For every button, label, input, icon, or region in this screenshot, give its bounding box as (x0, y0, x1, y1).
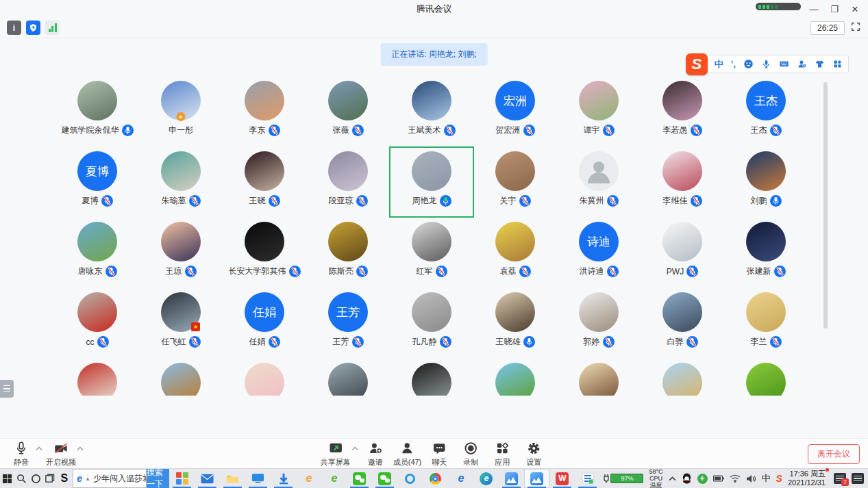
meeting-info-icon[interactable]: i (7, 21, 21, 35)
leave-meeting-button[interactable]: 离开会议 (808, 444, 860, 464)
close-button[interactable]: ✕ (845, 0, 865, 18)
chrome-taskbar-icon[interactable] (423, 469, 448, 488)
antivirus-360-tray-icon[interactable]: + (695, 469, 710, 488)
search-go-button[interactable]: 搜索一下 (147, 469, 169, 488)
participant-tile[interactable] (390, 359, 473, 396)
volume-tray-icon[interactable] (743, 469, 759, 488)
ime-mode-indicator[interactable]: 中 (759, 469, 773, 488)
taskbar-clock[interactable]: 17:36 周五2021/12/31 (785, 469, 831, 488)
ime-chinese-mode-icon[interactable]: 中 (715, 58, 723, 70)
participant-tile-申一彤[interactable]: ●申一彤 (139, 77, 223, 146)
wps-taskbar-icon[interactable]: W (549, 469, 575, 488)
tray-overflow-chevron[interactable] (666, 469, 679, 488)
share-screen-options-chevron[interactable] (351, 446, 358, 451)
participant-tile-李维佳[interactable]: 李维佳 (641, 147, 724, 217)
browser-green-taskbar-icon[interactable]: e (321, 469, 347, 488)
meeting-security-icon[interactable] (26, 21, 40, 35)
participant-tile-王杰[interactable]: 王杰王杰 (724, 77, 808, 146)
ime-account-icon[interactable] (797, 59, 807, 69)
participant-tile-郭婷[interactable]: 郭婷 (557, 288, 641, 358)
participant-tile-李东[interactable]: 李东 (223, 77, 306, 146)
participant-tile-张薇[interactable]: 张薇 (306, 77, 390, 146)
participant-tile[interactable] (557, 359, 641, 396)
participant-tile-王晓雄[interactable]: 王晓雄 (473, 288, 557, 358)
ime-emoji-icon[interactable] (743, 59, 754, 69)
participant-tile-李若愚[interactable]: 李若愚 (641, 77, 724, 146)
ime-skin-icon[interactable] (815, 59, 825, 69)
participant-tile-陈斯亮[interactable]: 陈斯亮 (306, 218, 390, 287)
participant-tile[interactable] (55, 359, 139, 396)
minimize-button[interactable]: — (804, 0, 824, 18)
participant-tile-唐咏东[interactable]: 唐咏东 (55, 218, 139, 287)
wifi-tray-icon[interactable] (727, 469, 743, 488)
mute-options-chevron[interactable] (36, 446, 42, 451)
participant-tile-谭宇[interactable]: 谭宇 (557, 77, 641, 146)
participant-tile[interactable] (724, 359, 808, 396)
participant-tile-建筑学院余侃华[interactable]: 建筑学院余侃华 (55, 77, 139, 146)
mute-button[interactable]: 静音 (5, 441, 37, 467)
action-center-icon[interactable] (849, 469, 867, 488)
download-app-taskbar-icon[interactable] (271, 469, 296, 488)
tencent-docs-taskbar-icon[interactable] (575, 469, 600, 488)
participant-tile-王晓[interactable]: 王晓 (223, 147, 306, 217)
wechat-2-taskbar-icon[interactable] (372, 469, 397, 488)
ime-punctuation-icon[interactable]: ’, (731, 59, 736, 69)
participant-tile-段亚琼[interactable]: 段亚琼 (306, 147, 390, 217)
monitor-app-taskbar-icon[interactable] (245, 469, 271, 488)
ime-toolbox-icon[interactable] (832, 59, 843, 69)
participant-tile-李兰[interactable]: 李兰 (724, 288, 808, 358)
participant-tile-朱冀州[interactable]: 朱冀州 (557, 147, 641, 217)
participant-tile-cc[interactable]: cc (55, 288, 139, 358)
invite-button[interactable]: 邀请 (360, 441, 391, 467)
participant-tile-PWJ[interactable]: PWJ (641, 218, 724, 287)
qq-tray-icon[interactable] (679, 469, 695, 488)
participant-tile-刘鹏[interactable]: 刘鹏 (724, 147, 808, 217)
apps-button[interactable]: 应用 (486, 441, 518, 467)
ime-voice-icon[interactable] (761, 59, 771, 69)
ring-app-taskbar-icon[interactable] (397, 469, 423, 488)
participant-tile-周艳龙[interactable]: 周艳龙 (390, 147, 473, 217)
participant-tile[interactable] (641, 359, 724, 396)
wechat-1-taskbar-icon[interactable] (347, 469, 372, 488)
participant-tile-任娟[interactable]: 任娟任娟 (223, 288, 306, 358)
file-explorer-taskbar-icon[interactable] (220, 469, 245, 488)
participant-tile-朱瑜葱[interactable]: 朱瑜葱 (139, 147, 223, 217)
sogou-tray-icon[interactable]: S (773, 469, 785, 488)
start-video-button[interactable]: 开启视频 (44, 441, 78, 467)
participant-tile[interactable] (223, 359, 306, 396)
participant-tile-王斌美术[interactable]: 王斌美术 (390, 77, 473, 146)
participant-tile-张建新[interactable]: 张建新 (724, 218, 808, 287)
participant-tile[interactable] (306, 359, 390, 396)
tencent-meeting-1-taskbar-icon[interactable] (499, 469, 524, 488)
taskbar-news-search[interactable]: e ▲ 少年闯入温莎城堡 (73, 469, 147, 488)
participant-tile-王芳[interactable]: 王芳王芳 (306, 288, 390, 358)
network-signal-icon[interactable] (45, 21, 60, 35)
participant-tile-白骅[interactable]: 白骅 (641, 288, 724, 358)
participant-tile-任飞虹[interactable]: ★任飞虹 (139, 288, 223, 358)
participant-tile-关宇[interactable]: 关宇 (473, 147, 557, 217)
participant-tile[interactable] (473, 359, 557, 396)
laptop-battery-indicator[interactable]: 97% (600, 469, 646, 488)
member-list-toggle[interactable] (0, 380, 14, 398)
record-button[interactable]: 录制 (455, 441, 486, 467)
settings-button[interactable]: 设置 (518, 441, 549, 467)
tencent-meeting-2-taskbar-icon[interactable] (524, 469, 549, 488)
cortana-icon[interactable] (29, 469, 43, 488)
chat-button[interactable]: 聊天 (423, 441, 455, 467)
pinned-grid-app-taskbar-icon[interactable] (169, 469, 195, 488)
browser-ie-taskbar-icon[interactable]: e (448, 469, 473, 488)
cpu-temp-widget[interactable]: 58°CCPU温度 (646, 469, 665, 488)
restore-button[interactable]: ❐ (824, 0, 845, 18)
participant-tile[interactable] (139, 359, 223, 396)
start-button[interactable] (0, 469, 14, 488)
participant-tile-红军[interactable]: 红军 (390, 218, 473, 287)
members-button[interactable]: 成员(47) (391, 441, 424, 467)
edge-taskbar-icon[interactable]: e (473, 469, 499, 488)
sogou-logo-icon[interactable]: S (686, 53, 708, 75)
battery-tray-icon[interactable] (710, 469, 727, 488)
participant-tile-袁荔[interactable]: 袁荔 (473, 218, 557, 287)
sogou-taskbar-icon[interactable]: S (57, 469, 71, 488)
browser-360-taskbar-icon[interactable]: e (296, 469, 321, 488)
gallery-scrollbar[interactable] (823, 82, 828, 329)
notification-center-icon[interactable]: 7 (831, 469, 849, 488)
